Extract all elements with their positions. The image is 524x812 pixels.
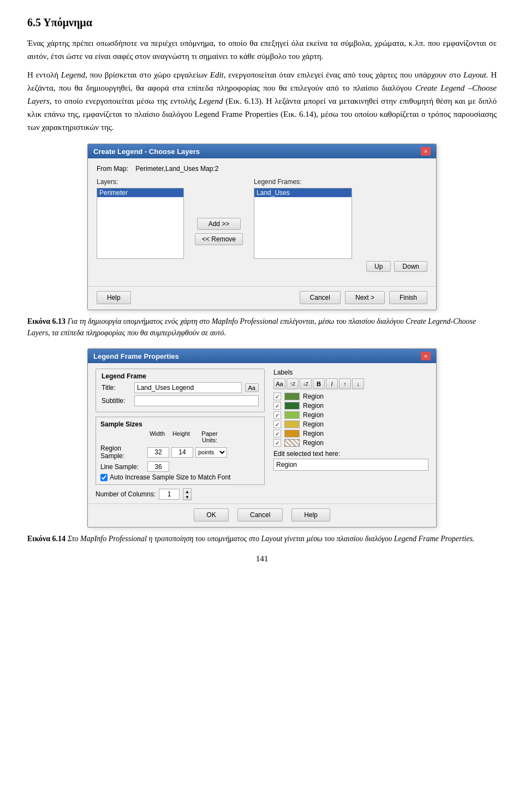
auto-increase-row: Auto Increase Sample Size to Match Font [100,473,260,481]
ok-button[interactable]: OK [194,508,229,521]
next-button[interactable]: Next > [345,291,385,304]
dialog2-close-button[interactable]: × [421,352,431,360]
label-text-5: Region [303,430,324,437]
lbl-btn-up-z[interactable]: ↑Z [287,378,299,389]
label-entry-5: Region [273,430,428,437]
cancel-button[interactable]: Cancel [300,291,341,304]
lfp-right-col: Labels Aa ↑Z ↓Z B I ↑ ↓ [273,369,428,500]
para2-edit: Edit, [210,70,226,79]
label-checkbox-5[interactable] [273,430,281,437]
cancel-button-lfp[interactable]: Cancel [237,508,283,521]
label-checkbox-1[interactable] [273,393,281,400]
region-units-select[interactable]: points [195,447,227,458]
dialog1-from-map-row: From Map: Perimeter,Land_Uses Map:2 [97,165,427,173]
sample-table-header: Width Height Paper Units: [145,430,260,443]
num-columns-row: Number of Columns: ▲ ▼ [96,488,265,500]
line-sample-label: Line Sample: [100,463,145,471]
from-map-value: Perimeter,Land_Uses Map:2 [135,165,218,173]
label-swatch-1 [284,393,300,400]
label-checkbox-4[interactable] [273,420,281,428]
help-button[interactable]: Help [97,291,131,304]
label-swatch-4 [284,420,300,428]
dialog2-body: Legend Frame Title: Aa Subtitle: S [88,363,436,503]
auto-increase-label: Auto Increase Sample Size to Match Font [110,473,230,481]
region-height-input[interactable] [171,447,193,458]
dialog1-footer-right: Cancel Next > Finish [300,291,427,304]
para3-rest: το οποίο ενεργοποιείται μέσω της εντολής [52,97,199,105]
dialog1-close-button[interactable]: × [421,147,431,156]
label-checkbox-3[interactable] [273,411,281,419]
caption2-prefix: Εικόνα 6.14 [27,535,66,543]
down-button[interactable]: Down [394,261,427,272]
dialog1-columns-row: Layers: Perimeter Add >> << Remove Legen… [97,178,427,272]
subtitle-field-row: Subtitle: [102,395,259,406]
add-button[interactable]: Add >> [197,218,241,230]
legend-frames-col: Legend Frames: Land_Uses Up Down [254,178,427,272]
layers-label: Layers: [97,178,184,186]
label-swatch-3 [284,411,300,419]
up-button[interactable]: Up [366,261,391,272]
layers-col: Layers: Perimeter [97,178,184,272]
height-header: Height [169,430,193,443]
label-swatch-2 [284,402,300,410]
lbl-btn-down[interactable]: ↓ [352,378,364,389]
para2-legend: Legend, [61,70,87,79]
label-text-3: Region [303,411,324,419]
dialog1-body: From Map: Perimeter,Land_Uses Map:2 Laye… [88,158,436,283]
line-width-input[interactable] [147,461,169,472]
lbl-btn-aa[interactable]: Aa [273,378,285,389]
title-input[interactable] [134,382,242,393]
label-text-6: Region [303,439,324,447]
label-entry-3: Region [273,411,428,419]
para2-prefix: Η εντολή [27,70,61,79]
subtitle-input[interactable] [134,395,259,406]
title-aa-button[interactable]: Aa [245,383,259,392]
edit-selected-input[interactable] [273,459,428,471]
width-header: Width [145,430,169,443]
spin-up-button[interactable]: ▲ [183,489,191,494]
num-columns-input[interactable] [159,489,180,500]
legend-frame-group: Legend Frame Title: Aa Subtitle: [96,369,265,412]
dialog1-container: Create Legend - Choose Layers × From Map… [27,144,497,310]
caption1-prefix: Εικόνα 6.13 [27,317,66,325]
units-header: Paper Units: [193,430,226,443]
para3-leg: Legend [199,97,223,105]
legend-frames-label: Legend Frames: [254,178,427,186]
title-field-row: Title: Aa [102,382,259,393]
up-down-row: Up Down [254,261,427,272]
lbl-btn-i[interactable]: I [326,378,338,389]
layers-item-perimeter[interactable]: Perimeter [97,188,183,197]
finish-button[interactable]: Finish [389,291,427,304]
lbl-btn-down-z[interactable]: ↓Z [300,378,312,389]
legend-frame-properties-dialog: Legend Frame Properties × Legend Frame T… [87,348,437,527]
labels-section-label: Labels [273,369,428,376]
label-entry-4: Region [273,420,428,428]
para2-mid: που βρίσκεται στο χώρο εργαλείων [87,70,210,79]
sample-sizes-title: Sample Sizes [100,420,260,428]
spin-down-button[interactable]: ▼ [183,494,191,500]
create-legend-dialog: Create Legend - Choose Layers × From Map… [87,144,437,310]
lbl-btn-up[interactable]: ↑ [339,378,351,389]
lbl-btn-b[interactable]: B [313,378,325,389]
region-sample-row: Region Sample: points [100,444,260,460]
region-width-input[interactable] [147,447,169,458]
legend-frames-item-land-uses[interactable]: Land_Uses [254,188,352,197]
section-heading: 6.5 Υπόμνημα [27,16,497,29]
legend-frames-listbox[interactable]: Land_Uses [254,188,352,259]
layers-listbox[interactable]: Perimeter [97,188,184,259]
label-checkbox-6[interactable] [273,439,281,447]
label-text-4: Region [303,420,324,428]
auto-increase-checkbox[interactable] [100,474,108,481]
paragraph-2: Η εντολή Legend, που βρίσκεται στο χώρο … [27,68,497,134]
legend-frame-group-title: Legend Frame [102,372,259,380]
help-button-lfp[interactable]: Help [291,508,330,521]
dialog2-titlebar: Legend Frame Properties × [88,349,436,363]
label-entries-container: Region Region Region [273,393,428,447]
para2-rest: ενεργοποιείται όταν επιλεγεί ένας από το… [226,70,464,79]
label-checkbox-2[interactable] [273,402,281,410]
remove-button[interactable]: << Remove [195,233,243,245]
caption-1: Εικόνα 6.13 Για τη δημιουργία υπομνήματο… [27,316,497,339]
dialog2-title: Legend Frame Properties [93,352,179,360]
caption-2: Εικόνα 6.14 Στο MapInfo Professional η τ… [27,533,497,544]
labels-toolbar: Aa ↑Z ↓Z B I ↑ ↓ [273,378,428,389]
